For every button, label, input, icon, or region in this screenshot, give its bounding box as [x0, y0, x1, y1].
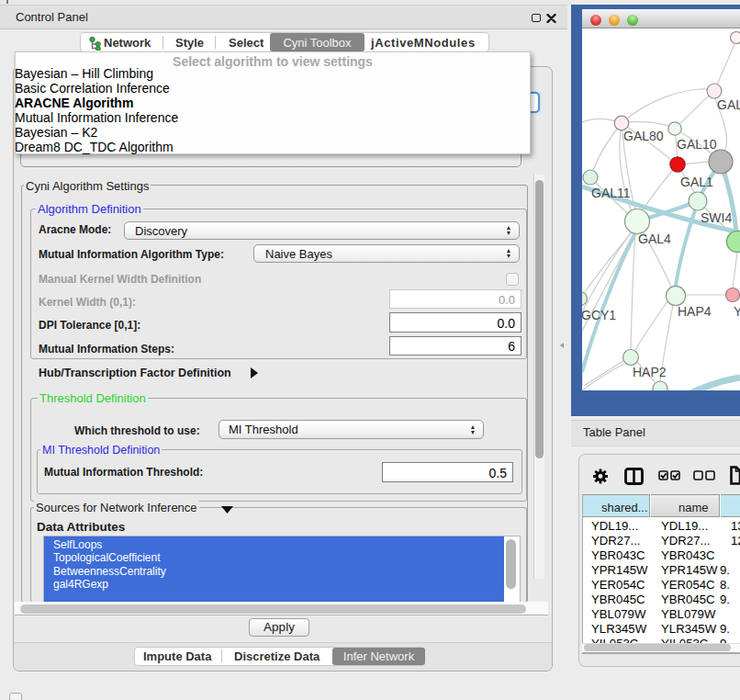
svg-text:SWI4: SWI4 [701, 210, 732, 225]
svg-text:GCY1: GCY1 [582, 308, 616, 322]
svg-text:GAL1: GAL1 [680, 175, 713, 189]
svg-text:Y: Y [734, 304, 740, 319]
svg-text:GAL80: GAL80 [623, 129, 664, 143]
svg-text:HAP2: HAP2 [633, 365, 667, 379]
svg-text:GAL10: GAL10 [677, 137, 717, 152]
svg-text:GAL4: GAL4 [638, 231, 671, 246]
svg-text:GAL11: GAL11 [591, 186, 631, 200]
svg-text:GAL: GAL [717, 97, 740, 112]
svg-text:HAP4: HAP4 [678, 304, 712, 319]
